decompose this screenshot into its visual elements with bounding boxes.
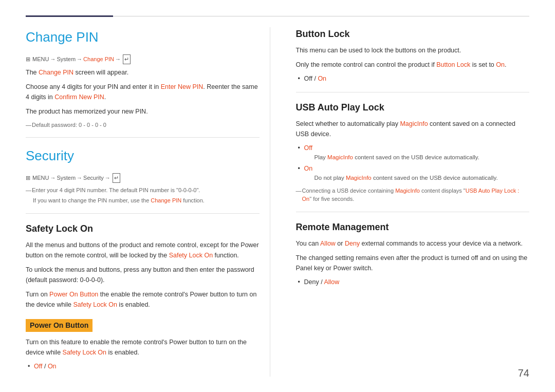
page-container: Change PIN ⊞ MENU → System → Change PIN … xyxy=(0,0,555,392)
page-number: 74 xyxy=(518,365,529,381)
remote-management-para1: You can Allow or Deny external commands … xyxy=(296,238,530,249)
top-lines xyxy=(26,15,529,17)
change-pin-text1: The Change PIN screen will appear. xyxy=(26,67,260,78)
change-pin-link3: Change PIN xyxy=(151,197,181,203)
enter-symbol2: ↵ xyxy=(113,173,120,183)
sec-arrow1: → xyxy=(50,174,55,182)
on-label2: On xyxy=(318,75,326,82)
magicinfo-link2: MagicInfo xyxy=(327,154,353,160)
enter-symbol: ↵ xyxy=(123,54,131,64)
usb-note: Connecting a USB device containing Magic… xyxy=(296,186,530,203)
allow-label: Allow xyxy=(324,278,339,286)
allow-link: Allow xyxy=(320,240,336,247)
remote-management-bullets: Deny / Allow xyxy=(296,277,530,287)
left-column: Change PIN ⊞ MENU → System → Change PIN … xyxy=(26,27,270,377)
power-on-button-box: Power On Button xyxy=(26,319,92,332)
safety-lock-para1: All the menus and buttons of the product… xyxy=(26,240,260,260)
usb-off-label: Off xyxy=(304,144,312,152)
system-label2: System xyxy=(57,174,76,182)
menu-arrow2: → xyxy=(77,55,82,64)
safety-lock-para3: Turn on Power On Button the enable the r… xyxy=(26,289,260,310)
usb-on-label: On xyxy=(304,165,313,172)
magicinfo-link4: MagicInfo xyxy=(395,188,420,194)
magicinfo-link: MagicInfo xyxy=(400,120,428,127)
divider2 xyxy=(26,213,260,214)
top-line-dark xyxy=(26,15,113,17)
button-lock-link: Button Lock xyxy=(436,61,470,68)
button-lock-off-on: Off / On xyxy=(304,74,530,84)
safety-lock-para4: Turn on this feature to enable the remot… xyxy=(26,337,260,358)
on-link: On xyxy=(496,61,505,68)
off-label2: Off xyxy=(304,75,312,82)
power-on-btn-link: Power On Button xyxy=(49,291,98,298)
safety-lock-link3: Safety Lock On xyxy=(63,349,106,356)
power-on-bullet-list: Off / On xyxy=(26,362,260,371)
change-pin-title: Change PIN xyxy=(26,27,260,47)
usb-off-bullet: Off Play MagicInfo content saved on the … xyxy=(304,143,530,162)
top-line-light xyxy=(113,16,529,16)
deny-label: Deny xyxy=(304,278,319,286)
remote-management-para2: The changed setting remains even after t… xyxy=(296,253,530,273)
remote-management-title: Remote Management xyxy=(296,220,530,234)
change-pin-menu-path: ⊞ MENU → System → Change PIN → ↵ xyxy=(26,54,260,64)
divider3 xyxy=(296,92,530,92)
sec-arrow2: → xyxy=(77,174,82,182)
change-pin-link: Change PIN xyxy=(83,55,114,64)
security-note2: If you want to change the PIN number, us… xyxy=(26,196,260,205)
usb-on-sub: Do not play MagicInfo content saved on t… xyxy=(304,174,530,182)
deny-link: Deny xyxy=(345,240,360,247)
usb-auto-para1: Select whether to automatically play Mag… xyxy=(296,119,530,139)
menu-symbol: ⊞ xyxy=(26,55,30,64)
system-label: System xyxy=(57,55,76,64)
menu-prefix2: MENU xyxy=(32,174,49,182)
security-note1: Enter your 4 digit PIN number. The defau… xyxy=(26,186,260,195)
change-pin-text3: The product has memorized your new PIN. xyxy=(26,106,260,117)
menu-arrow3: → xyxy=(115,55,121,64)
default-password-note: Default password: 0 - 0 - 0 - 0 xyxy=(26,121,260,129)
safety-lock-link: Safety Lock On xyxy=(169,252,213,259)
content-columns: Change PIN ⊞ MENU → System → Change PIN … xyxy=(26,27,529,377)
safety-lock-title: Safety Lock On xyxy=(26,222,260,236)
button-lock-bullets: Off / On xyxy=(296,74,530,84)
button-lock-para2: Only the remote control can control the … xyxy=(296,60,530,70)
button-lock-para1: This menu can be used to lock the button… xyxy=(296,45,530,55)
safety-lock-para2: To unlock the menus and buttons, press a… xyxy=(26,265,260,285)
deny-allow-bullet: Deny / Allow xyxy=(304,277,530,287)
confirm-new-pin-link: Confirm New PIN xyxy=(54,94,104,101)
divider1 xyxy=(26,137,260,138)
usb-off-sub: Play MagicInfo content saved on the USB … xyxy=(304,153,530,162)
menu-prefix: MENU xyxy=(32,55,49,64)
usb-on-bullet: On Do not play MagicInfo content saved o… xyxy=(304,164,530,182)
divider4 xyxy=(296,212,530,212)
security-label: Security xyxy=(83,174,104,182)
menu-symbol2: ⊞ xyxy=(26,174,30,182)
usb-auto-bullets: Off Play MagicInfo content saved on the … xyxy=(296,143,530,182)
change-pin-text2: Choose any 4 digits for your PIN and ent… xyxy=(26,82,260,102)
right-column: Button Lock This menu can be used to loc… xyxy=(291,27,530,377)
sec-arrow3: → xyxy=(105,174,110,182)
magicinfo-link3: MagicInfo xyxy=(346,175,372,181)
safety-lock-link2: Safety Lock On xyxy=(73,301,117,308)
security-title: Security xyxy=(26,146,260,166)
on-label: On xyxy=(48,363,57,370)
menu-arrow1: → xyxy=(50,55,55,64)
enter-new-pin-link: Enter New PIN xyxy=(161,83,203,90)
change-pin-link2: Change PIN xyxy=(39,69,73,76)
off-label: Off xyxy=(34,363,42,370)
button-lock-title: Button Lock xyxy=(296,27,530,41)
bullet-off-on: Off / On xyxy=(34,362,260,371)
security-menu-path: ⊞ MENU → System → Security → ↵ xyxy=(26,173,260,183)
usb-auto-title: USB Auto Play Lock xyxy=(296,101,530,115)
